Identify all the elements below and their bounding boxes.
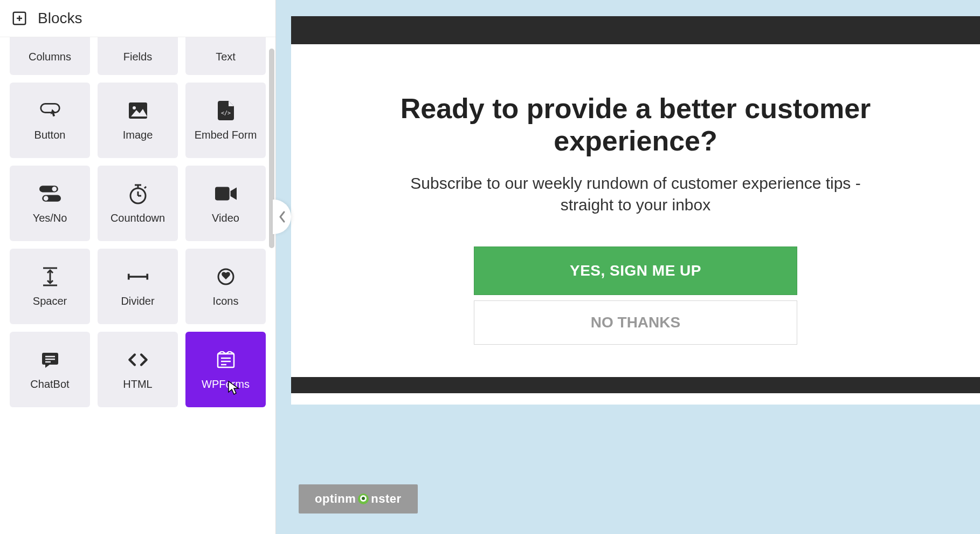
cta-secondary-button[interactable]: NO THANKS <box>474 300 797 345</box>
block-label: WPForms <box>202 378 250 391</box>
svg-point-5 <box>133 106 136 109</box>
preview-canvas[interactable]: Ready to provide a better customer exper… <box>291 16 980 534</box>
block-icons[interactable]: Icons <box>185 249 266 324</box>
block-html[interactable]: HTML <box>98 332 178 407</box>
wpforms-icon <box>215 349 237 371</box>
block-label: Yes/No <box>33 212 67 224</box>
block-divider[interactable]: Divider <box>98 249 178 324</box>
sidebar-header: Blocks <box>0 0 275 37</box>
block-label: Divider <box>121 295 154 307</box>
block-text[interactable]: Text <box>185 37 266 75</box>
block-label: Button <box>34 129 66 141</box>
brand-text-suffix: nster <box>371 492 401 506</box>
embed-form-icon: </> <box>215 100 237 121</box>
block-columns[interactable]: Columns <box>10 37 90 75</box>
block-countdown[interactable]: Countdown <box>98 166 178 241</box>
blocks-list[interactable]: Columns Fields Text Button <box>0 37 275 534</box>
image-icon <box>127 100 149 121</box>
svg-point-8 <box>52 186 57 191</box>
preview-topbar <box>291 16 980 44</box>
countdown-icon <box>127 183 149 204</box>
block-chatbot[interactable]: ChatBot <box>10 332 90 407</box>
block-embed-form[interactable]: </> Embed Form <box>185 83 266 158</box>
add-block-icon <box>11 10 28 27</box>
cta-primary-button[interactable]: YES, SIGN ME UP <box>474 247 797 295</box>
block-yesno[interactable]: Yes/No <box>10 166 90 241</box>
preview-subtext[interactable]: Subscribe to our weekly rundown of custo… <box>399 173 872 216</box>
block-label: HTML <box>123 378 152 391</box>
video-icon <box>215 183 237 204</box>
block-video[interactable]: Video <box>185 166 266 241</box>
brand-text-prefix: optinm <box>315 492 356 506</box>
html-icon <box>127 349 149 371</box>
chevron-left-icon <box>278 210 286 223</box>
svg-line-16 <box>144 187 146 188</box>
collapse-sidebar-button[interactable] <box>273 200 291 234</box>
block-label: Countdown <box>111 212 165 224</box>
block-button[interactable]: Button <box>10 83 90 158</box>
button-icon <box>39 100 61 121</box>
block-label: Embed Form <box>195 129 257 141</box>
icons-icon <box>215 266 237 287</box>
block-label: Fields <box>123 51 152 63</box>
block-label: ChatBot <box>30 378 69 391</box>
block-label: Spacer <box>33 295 67 307</box>
svg-point-10 <box>43 196 48 201</box>
chatbot-icon <box>39 349 61 371</box>
block-label: Columns <box>29 51 71 63</box>
optinmonster-badge[interactable]: optinm nster <box>299 484 418 514</box>
block-spacer[interactable]: Spacer <box>10 249 90 324</box>
preview-bottombar <box>291 377 980 393</box>
blocks-sidebar: Blocks Columns Fields Text Button <box>0 0 276 534</box>
preview-headline[interactable]: Ready to provide a better customer exper… <box>399 93 872 158</box>
block-fields[interactable]: Fields <box>98 37 178 75</box>
spacer-icon <box>39 266 61 287</box>
block-label: Video <box>212 212 239 224</box>
block-label: Text <box>216 51 236 63</box>
block-image[interactable]: Image <box>98 83 178 158</box>
svg-point-35 <box>362 497 365 500</box>
sidebar-title: Blocks <box>38 10 82 27</box>
svg-text:</>: </> <box>220 110 230 116</box>
popup-preview: Ready to provide a better customer exper… <box>291 16 980 405</box>
svg-rect-3 <box>40 104 59 112</box>
divider-icon <box>127 266 149 287</box>
block-label: Icons <box>213 295 239 307</box>
monster-icon <box>357 492 370 505</box>
block-wpforms[interactable]: WPForms <box>185 332 266 407</box>
block-label: Image <box>123 129 153 141</box>
svg-rect-17 <box>215 187 230 200</box>
preview-content: Ready to provide a better customer exper… <box>291 44 980 377</box>
yesno-icon <box>39 183 61 204</box>
